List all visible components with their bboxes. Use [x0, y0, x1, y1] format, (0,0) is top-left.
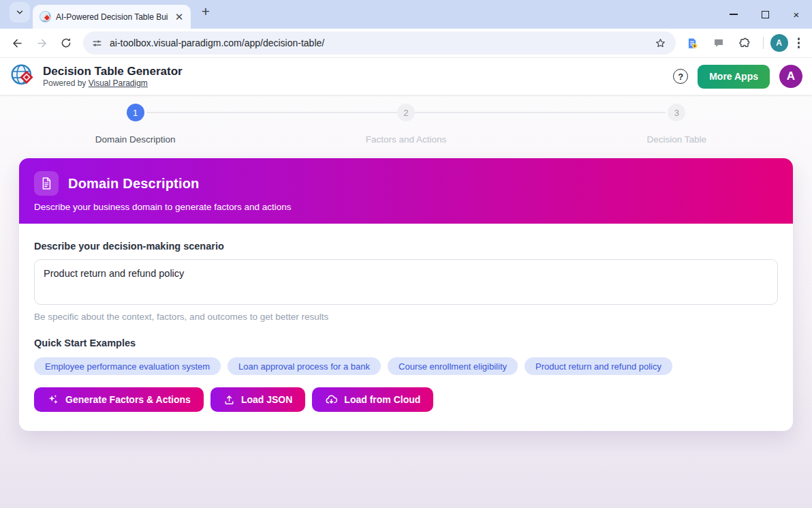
card-subtitle: Describe your business domain to generat… — [34, 202, 778, 212]
powered-by: Powered by Visual Paradigm — [43, 78, 183, 88]
example-chip-employee-performance[interactable]: Employee performance evaluation system — [34, 357, 221, 375]
browser-menu-button[interactable] — [791, 32, 807, 54]
quick-start-chips: Employee performance evaluation system L… — [34, 357, 778, 375]
reload-button[interactable] — [54, 31, 78, 55]
window-maximize-button[interactable] — [749, 0, 781, 29]
app-header-actions: ? More Apps A — [673, 65, 802, 89]
step-decision-table[interactable]: 3 Decision Table — [542, 104, 812, 145]
load-json-button-label: Load JSON — [241, 394, 292, 405]
toolbar-divider — [763, 37, 764, 49]
url-text[interactable]: ai-toolbox.visual-paradigm.com/app/decis… — [110, 38, 651, 48]
user-avatar[interactable]: A — [779, 65, 802, 88]
card-title: Domain Description — [68, 176, 200, 192]
browser-profile-avatar[interactable]: A — [770, 34, 788, 52]
browser-tab-strip: AI-Powered Decision Table Builder ✕ + × — [0, 0, 812, 29]
new-tab-button[interactable]: + — [196, 3, 215, 22]
pinned-extension-comment-button[interactable] — [707, 31, 730, 55]
example-chip-course-enrollment[interactable]: Course enrollment eligibility — [388, 357, 518, 375]
forward-arrow-icon — [35, 37, 48, 50]
step-3-circle: 3 — [668, 104, 685, 121]
scenario-input[interactable]: Product return and refund policy — [34, 259, 778, 305]
page-content: 1 Domain Description 2 Factors and Actio… — [0, 95, 812, 508]
extensions-button[interactable] — [733, 31, 756, 55]
scenario-helper-text: Be specific about the context, factors, … — [34, 312, 778, 322]
step-3-label: Decision Table — [647, 134, 707, 145]
tab-close-icon[interactable]: ✕ — [173, 11, 185, 23]
step-1-label: Domain Description — [95, 134, 176, 145]
load-from-cloud-button-label: Load from Cloud — [344, 394, 420, 405]
toolbar-actions: A — [681, 31, 807, 55]
window-close-button[interactable]: × — [781, 0, 812, 29]
window-controls: × — [718, 0, 812, 29]
quick-start-label: Quick Start Examples — [34, 338, 778, 348]
sparkles-icon — [47, 393, 59, 406]
reload-icon — [60, 37, 72, 49]
window-minimize-button[interactable] — [718, 0, 749, 29]
cloud-download-icon — [325, 393, 338, 406]
site-favicon — [40, 11, 51, 23]
step-factors-and-actions[interactable]: 2 Factors and Actions — [270, 104, 541, 145]
visual-paradigm-link[interactable]: Visual Paradigm — [89, 78, 148, 88]
load-from-cloud-button[interactable]: Load from Cloud — [312, 387, 433, 412]
load-json-button[interactable]: Load JSON — [210, 387, 305, 412]
forward-button[interactable] — [30, 31, 53, 55]
wizard-stepper: 1 Domain Description 2 Factors and Actio… — [0, 95, 812, 158]
back-button[interactable] — [5, 31, 29, 55]
bookmark-star-button[interactable] — [651, 33, 670, 53]
card-actions: Generate Factors & Actions Load JSON Loa… — [34, 387, 778, 412]
document-download-extension-icon — [686, 37, 699, 50]
card-body: Describe your decision-making scenario P… — [19, 224, 793, 431]
visual-paradigm-logo — [10, 63, 37, 90]
chevron-down-icon — [15, 8, 25, 17]
domain-description-card: Domain Description Describe your busines… — [19, 158, 793, 431]
tab-search-button[interactable] — [10, 2, 30, 23]
tab-title: AI-Powered Decision Table Builder — [56, 12, 168, 22]
step-2-label: Factors and Actions — [366, 134, 447, 145]
app-title-block: Decision Table Generator Powered by Visu… — [43, 65, 183, 88]
back-arrow-icon — [11, 37, 24, 50]
example-chip-product-return[interactable]: Product return and refund policy — [525, 357, 672, 375]
puzzle-piece-icon — [738, 37, 751, 50]
scenario-field-label: Describe your decision-making scenario — [34, 241, 778, 252]
pinned-extension-docs-button[interactable] — [681, 31, 704, 55]
step-2-circle: 2 — [397, 104, 415, 121]
generate-button-label: Generate Factors & Actions — [65, 394, 191, 405]
site-settings-icon[interactable] — [91, 38, 103, 49]
browser-toolbar: ai-toolbox.visual-paradigm.com/app/decis… — [0, 29, 812, 58]
more-apps-button[interactable]: More Apps — [698, 65, 770, 89]
address-bar[interactable]: ai-toolbox.visual-paradigm.com/app/decis… — [83, 31, 676, 55]
step-domain-description[interactable]: 1 Domain Description — [0, 104, 270, 145]
document-icon — [34, 171, 59, 196]
speech-bubble-icon — [713, 37, 725, 49]
app-title: Decision Table Generator — [43, 65, 183, 78]
upload-icon — [223, 394, 235, 406]
step-1-circle: 1 — [127, 104, 144, 121]
generate-factors-actions-button[interactable]: Generate Factors & Actions — [34, 387, 204, 412]
powered-by-prefix: Powered by — [43, 78, 89, 88]
star-icon — [655, 38, 666, 49]
card-header: Domain Description Describe your busines… — [19, 158, 793, 224]
example-chip-loan-approval[interactable]: Loan approval process for a bank — [228, 357, 381, 375]
help-button[interactable]: ? — [673, 69, 688, 84]
app-header: Decision Table Generator Powered by Visu… — [0, 58, 812, 95]
browser-tab-active[interactable]: AI-Powered Decision Table Builder ✕ — [33, 5, 191, 29]
